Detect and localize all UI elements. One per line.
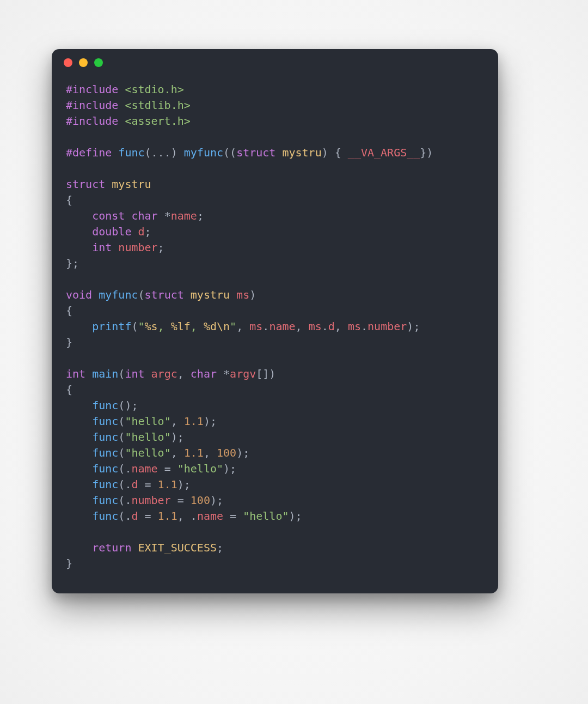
canvas: #include <stdio.h> #include <stdlib.h> #… (0, 0, 588, 704)
call-func: func (92, 415, 118, 428)
fmt-d: %d (204, 320, 217, 333)
brace-close: } (420, 146, 426, 159)
const-exit-success: EXIT_SUCCESS (138, 541, 217, 554)
indent (66, 446, 92, 459)
brace-close: } (66, 557, 72, 570)
eq: = (171, 494, 191, 507)
eq: = (223, 509, 243, 523)
str-hello: "hello" (125, 415, 170, 428)
type-mystru: mystru (191, 288, 230, 301)
eq: = (138, 478, 157, 491)
fmt-s: %s (145, 320, 158, 333)
macro-body-fn: myfunc (184, 146, 223, 159)
dot: . (125, 494, 131, 507)
dot: . (191, 509, 197, 523)
field-d: d (328, 320, 335, 333)
code-block[interactable]: #include <stdio.h> #include <stdlib.h> #… (52, 76, 498, 593)
window-titlebar (52, 49, 498, 76)
kw-char: char (191, 367, 217, 380)
kw-char: char (131, 209, 157, 222)
param-argv: argv (230, 367, 256, 380)
include-stdio: <stdio.h> (125, 83, 183, 96)
preproc-define: #define (66, 146, 112, 159)
fn-myfunc: myfunc (99, 288, 138, 301)
var-ms: ms (348, 320, 361, 333)
semi: ; (197, 209, 204, 222)
call-func: func (92, 509, 118, 523)
string-quote: " (230, 320, 236, 333)
star: * (164, 209, 171, 222)
field-number: number (118, 241, 157, 254)
brace-open: { (66, 304, 72, 317)
str-hello: "hello" (125, 430, 170, 444)
dot: . (125, 462, 131, 475)
semi: ; (217, 541, 223, 554)
num-100: 100 (217, 446, 236, 459)
type-mystru: mystru (112, 178, 151, 191)
ellipsis: ... (151, 146, 171, 159)
fn-printf: printf (92, 320, 131, 333)
field-number: number (367, 320, 407, 333)
fmt-nl: \n (217, 320, 230, 333)
macro-name: func (118, 146, 144, 159)
semi: ; (243, 446, 249, 459)
code-window: #include <stdio.h> #include <stdlib.h> #… (52, 49, 498, 593)
brace-close: } (66, 257, 72, 270)
semi: ; (296, 509, 302, 523)
va-args: __VA_ARGS__ (348, 146, 420, 159)
str-hello: "hello" (177, 462, 223, 475)
str-hello: "hello" (125, 446, 170, 459)
preproc-include: #include (66, 114, 118, 128)
indent (66, 209, 92, 222)
num-100: 100 (191, 494, 210, 507)
window-close-icon[interactable] (64, 58, 72, 67)
num-1-1: 1.1 (184, 415, 204, 428)
include-stdlib: <stdlib.h> (125, 99, 190, 112)
field-name: name (197, 509, 223, 523)
semi: ; (210, 415, 217, 428)
type-mystru: mystru (282, 146, 321, 159)
semi: ; (131, 399, 138, 412)
var-ms: ms (309, 320, 322, 333)
indent (66, 462, 92, 475)
call-func: func (92, 399, 118, 412)
fmt-sep: , (158, 320, 171, 333)
field-number: number (131, 494, 170, 507)
kw-struct: struct (66, 178, 105, 191)
kw-void: void (66, 288, 92, 301)
indent (66, 541, 92, 554)
call-func: func (92, 446, 118, 459)
fmt-sep: , (191, 320, 204, 333)
indent (66, 509, 92, 523)
indent (66, 320, 92, 333)
indent (66, 399, 92, 412)
dot: . (125, 478, 131, 491)
semi: ; (230, 462, 236, 475)
kw-double: double (92, 225, 131, 238)
fn-main: main (92, 367, 118, 380)
indent (66, 415, 92, 428)
preproc-include: #include (66, 83, 118, 96)
string-quote: " (138, 320, 144, 333)
semi: ; (158, 241, 164, 254)
num-1-1: 1.1 (184, 446, 204, 459)
kw-const: const (92, 209, 125, 222)
str-hello: "hello" (243, 509, 289, 523)
indent (66, 494, 92, 507)
semi: ; (413, 320, 420, 333)
window-zoom-icon[interactable] (94, 58, 103, 67)
sq-close: ] (262, 367, 269, 380)
star: * (223, 367, 230, 380)
semi: ; (72, 257, 79, 270)
window-minimize-icon[interactable] (79, 58, 88, 67)
var-ms: ms (249, 320, 262, 333)
semi: ; (217, 494, 223, 507)
field-name: name (269, 320, 295, 333)
brace-open: { (335, 146, 341, 159)
field-name: name (131, 462, 157, 475)
brace-close: } (66, 336, 72, 349)
dot: . (322, 320, 328, 333)
param-ms: ms (236, 288, 249, 301)
include-assert: <assert.h> (125, 114, 190, 128)
dot: . (361, 320, 367, 333)
